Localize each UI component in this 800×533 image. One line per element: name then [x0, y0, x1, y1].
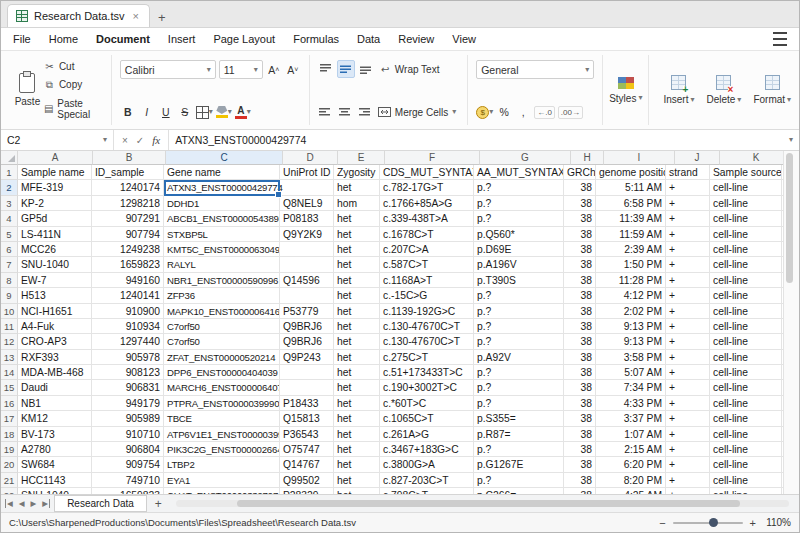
cell[interactable]: het [334, 350, 380, 365]
cell[interactable]: het [334, 257, 380, 272]
cell[interactable]: 38 [564, 211, 596, 226]
cell[interactable]: c.-15C>G [380, 288, 474, 303]
cell[interactable] [280, 380, 334, 395]
cell[interactable]: cell-line [710, 273, 782, 288]
font-size-select[interactable]: 11 ▾ [219, 60, 263, 79]
cell[interactable]: 1240174 [92, 180, 164, 195]
cell[interactable]: c.1139-192G>C [380, 304, 474, 319]
align-bottom-button[interactable] [358, 61, 374, 77]
cell[interactable]: het [334, 242, 380, 257]
cell[interactable]: het [334, 334, 380, 349]
cell[interactable]: 4:33 PM [596, 396, 666, 411]
cell[interactable]: EYA1 [164, 473, 280, 488]
cell[interactable]: 910934 [92, 319, 164, 334]
cell[interactable]: DDHD1 [164, 196, 280, 211]
cell[interactable]: p.G1267E [474, 457, 564, 472]
cell[interactable]: het [334, 273, 380, 288]
last-sheet-button[interactable]: ▶ [39, 499, 50, 508]
cell[interactable]: cell-line [710, 427, 782, 442]
cell[interactable]: 38 [564, 442, 596, 457]
currency-format-button[interactable]: $ ▾ [476, 104, 493, 120]
cell[interactable]: + [666, 196, 710, 211]
cell[interactable]: 38 [564, 273, 596, 288]
cell[interactable]: 6:58 PM [596, 196, 666, 211]
cell[interactable]: c.1766+85A>G [380, 196, 474, 211]
wrap-text-button[interactable]: ↩ Wrap Text [377, 61, 443, 77]
new-tab-button[interactable]: + [150, 10, 174, 27]
cell[interactable]: 6:20 PM [596, 457, 666, 472]
cell[interactable]: P18433 [280, 396, 334, 411]
vertical-scrollbar-thumb[interactable] [786, 153, 793, 283]
cell[interactable]: + [666, 211, 710, 226]
cell[interactable]: SW684 [18, 457, 92, 472]
cell[interactable]: 38 [564, 334, 596, 349]
number-format-select[interactable]: General ▾ [476, 60, 594, 79]
cell[interactable]: Q99502 [280, 473, 334, 488]
cell[interactable]: SNU-1040 [18, 257, 92, 272]
menu-document[interactable]: Document [96, 33, 150, 45]
cell[interactable]: H513 [18, 288, 92, 303]
cell[interactable]: A2780 [18, 442, 92, 457]
column-header[interactable]: B [93, 151, 166, 165]
cell[interactable]: 1298218 [92, 196, 164, 211]
cell[interactable]: PIK3C2G_ENST00000266497 [164, 442, 280, 457]
cell[interactable]: 38 [564, 304, 596, 319]
cell[interactable]: c.275C>T [380, 350, 474, 365]
cell[interactable]: PTPRA_ENST00000399903 [164, 396, 280, 411]
row-header[interactable]: 15 [1, 380, 18, 395]
sheet-tab[interactable]: Research Data [54, 495, 147, 512]
cell[interactable]: GRCh [564, 165, 596, 180]
cell[interactable]: C7orf50 [164, 334, 280, 349]
comma-format-button[interactable]: , [515, 104, 531, 120]
cancel-entry-button[interactable]: × [122, 135, 128, 146]
cell[interactable]: 38 [564, 180, 596, 195]
cell[interactable]: 908123 [92, 365, 164, 380]
cell[interactable]: c.782-17G>T [380, 180, 474, 195]
row-header[interactable]: 20 [1, 457, 18, 472]
cell[interactable]: Sample source [710, 165, 782, 180]
insert-function-button[interactable]: fx [152, 134, 160, 146]
cell[interactable]: 1:50 PM [596, 257, 666, 272]
bold-button[interactable]: B [120, 104, 136, 120]
cell[interactable]: 2:02 PM [596, 304, 666, 319]
cell[interactable]: het [334, 396, 380, 411]
cell[interactable]: STXBP5L [164, 227, 280, 242]
row-header[interactable]: 21 [1, 473, 18, 488]
row-header[interactable]: 1 [1, 165, 18, 180]
row-header[interactable]: 4 [1, 211, 18, 226]
cell[interactable]: 4:12 PM [596, 288, 666, 303]
cell[interactable]: ZFAT_ENST00000520214 [164, 350, 280, 365]
cell[interactable]: Q14767 [280, 457, 334, 472]
cell[interactable]: Q14596 [280, 273, 334, 288]
cell[interactable]: c.827-203C>T [380, 473, 474, 488]
cell[interactable]: 1659823 [92, 257, 164, 272]
cell[interactable]: GP5d [18, 211, 92, 226]
vertical-scrollbar[interactable] [783, 151, 799, 494]
fill-color-button[interactable]: ▾ [216, 104, 232, 120]
cell[interactable]: c.*60T>C [380, 396, 474, 411]
cell[interactable]: 3:58 PM [596, 350, 666, 365]
cell[interactable]: Daudi [18, 380, 92, 395]
menu-home[interactable]: Home [49, 33, 78, 45]
cell[interactable]: LS-411N [18, 227, 92, 242]
cell[interactable]: p.? [474, 442, 564, 457]
cell[interactable]: c.1678C>T [380, 227, 474, 242]
next-sheet-button[interactable]: ▶ [28, 499, 40, 508]
zoom-out-button[interactable]: − [659, 517, 665, 529]
cell[interactable] [280, 288, 334, 303]
cell[interactable]: RALYL [164, 257, 280, 272]
cell[interactable]: c.1065C>T [380, 411, 474, 426]
cell[interactable]: Q15813 [280, 411, 334, 426]
cell[interactable]: p.? [474, 211, 564, 226]
cut-button[interactable]: ✂ Cut [42, 60, 103, 73]
cell[interactable]: ZFP36 [164, 288, 280, 303]
cell[interactable]: p.A196V [474, 257, 564, 272]
selected-cell[interactable]: ATXN3_ENST00000429774 [164, 180, 280, 195]
cell[interactable]: het [334, 442, 380, 457]
cell[interactable]: 905989 [92, 411, 164, 426]
cell[interactable]: cell-line [710, 196, 782, 211]
cell[interactable]: cell-line [710, 227, 782, 242]
insert-cells-button[interactable]: Insert▾ [657, 57, 700, 123]
cell[interactable]: cell-line [710, 304, 782, 319]
cell[interactable]: RXF393 [18, 350, 92, 365]
